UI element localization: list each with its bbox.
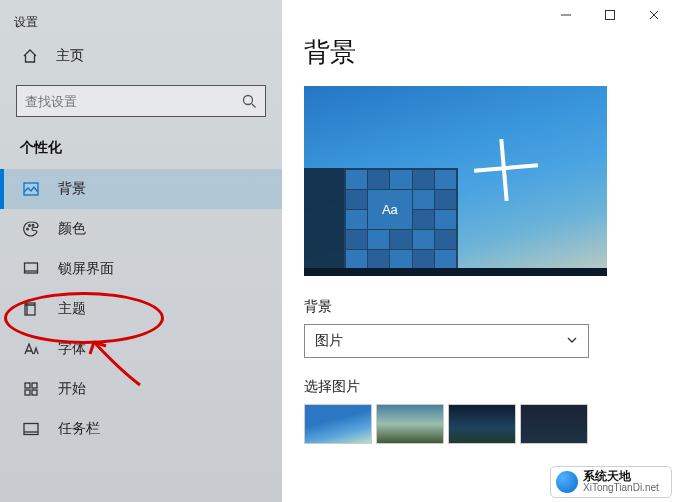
picture-thumb[interactable]	[448, 404, 516, 444]
app-title: 设置	[0, 10, 282, 39]
home-icon	[22, 48, 38, 64]
maximize-button[interactable]	[588, 0, 632, 30]
sidebar-item-fonts[interactable]: 字体	[0, 329, 282, 369]
svg-rect-11	[24, 424, 38, 435]
page-title: 背景	[304, 35, 654, 70]
background-label: 背景	[304, 298, 654, 316]
sidebar-item-background[interactable]: 背景	[0, 169, 282, 209]
themes-icon	[22, 300, 40, 318]
picture-thumb[interactable]	[520, 404, 588, 444]
preview-sample-tile: Aa	[368, 190, 411, 229]
svg-rect-8	[32, 383, 37, 388]
sidebar-item-colors[interactable]: 颜色	[0, 209, 282, 249]
background-type-dropdown[interactable]: 图片	[304, 324, 589, 358]
picture-thumb[interactable]	[304, 404, 372, 444]
sidebar-item-taskbar[interactable]: 任务栏	[0, 409, 282, 449]
section-header-personalization: 个性化	[0, 133, 282, 169]
svg-point-0	[244, 96, 253, 105]
svg-rect-12	[606, 11, 615, 20]
search-icon	[241, 93, 257, 109]
start-icon	[22, 380, 40, 398]
fonts-icon	[22, 340, 40, 358]
sidebar-item-themes[interactable]: 主题	[0, 289, 282, 329]
sidebar-item-start[interactable]: 开始	[0, 369, 282, 409]
home-label: 主页	[56, 47, 84, 65]
sidebar-item-label: 背景	[58, 180, 86, 198]
home-button[interactable]: 主页	[0, 39, 282, 73]
svg-point-3	[29, 225, 31, 227]
picture-icon	[22, 180, 40, 198]
sidebar-item-label: 颜色	[58, 220, 86, 238]
svg-point-2	[27, 228, 29, 230]
close-button[interactable]	[632, 0, 676, 30]
svg-rect-10	[32, 390, 37, 395]
dropdown-value: 图片	[315, 332, 343, 350]
svg-rect-9	[25, 390, 30, 395]
main-content: 背景 Aa 背景 图片 选择图片	[282, 0, 676, 502]
preview-start-menu: Aa	[304, 168, 458, 268]
picture-thumbnails	[304, 404, 654, 444]
sidebar-item-label: 任务栏	[58, 420, 100, 438]
watermark: 系统天地 XiTongTianDi.net	[550, 466, 672, 498]
chevron-down-icon	[566, 333, 578, 349]
sidebar-item-label: 锁屏界面	[58, 260, 114, 278]
watermark-url: XiTongTianDi.net	[583, 483, 659, 494]
minimize-button[interactable]	[544, 0, 588, 30]
taskbar-icon	[22, 420, 40, 438]
choose-picture-label: 选择图片	[304, 378, 654, 396]
picture-thumb[interactable]	[376, 404, 444, 444]
search-input-container[interactable]	[16, 85, 266, 117]
sidebar-item-lockscreen[interactable]: 锁屏界面	[0, 249, 282, 289]
sidebar-item-label: 开始	[58, 380, 86, 398]
svg-rect-7	[25, 383, 30, 388]
sidebar-item-label: 字体	[58, 340, 86, 358]
sidebar-item-label: 主题	[58, 300, 86, 318]
palette-icon	[22, 220, 40, 238]
title-bar	[282, 0, 676, 30]
watermark-logo-icon	[556, 471, 578, 493]
background-preview: Aa	[304, 86, 607, 276]
sidebar: 设置 主页 个性化 背景 颜色	[0, 0, 282, 502]
lockscreen-icon	[22, 260, 40, 278]
windows-logo-icon	[474, 139, 534, 199]
svg-point-4	[32, 224, 34, 226]
search-input[interactable]	[25, 94, 241, 109]
